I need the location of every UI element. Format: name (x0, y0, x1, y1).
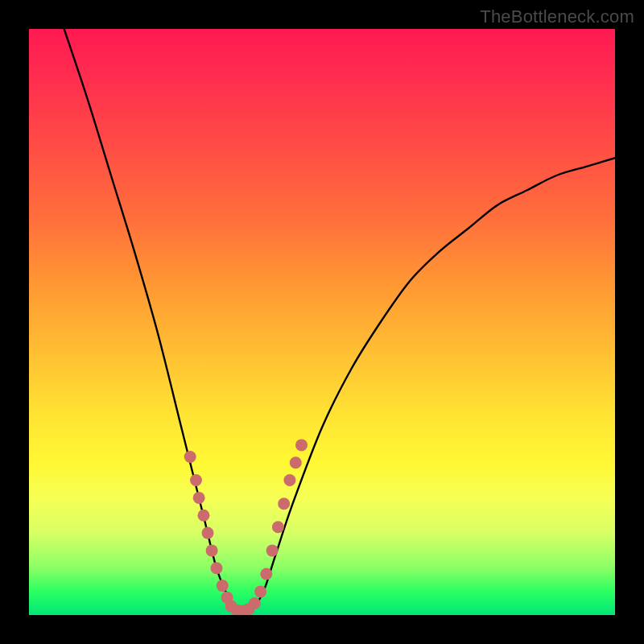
scatter-point (206, 544, 218, 556)
scatter-point (217, 580, 229, 592)
scatter-point (295, 439, 308, 451)
curve-layer (29, 29, 615, 615)
scatter-point (266, 544, 279, 556)
scatter-point (193, 492, 205, 504)
scatter-point (249, 597, 261, 609)
scatter-point (197, 510, 209, 522)
scatter-point (272, 521, 284, 533)
scatter-point (278, 497, 290, 510)
scatter-point (290, 456, 302, 469)
watermark-text: TheBottleneck.com (480, 6, 634, 27)
scatter-point (260, 568, 272, 580)
scatter-point (190, 474, 202, 486)
plot-area (29, 29, 615, 615)
scatter-point (283, 474, 295, 486)
chart-frame: TheBottleneck.com (0, 0, 644, 644)
scatter-points (184, 439, 308, 615)
scatter-point (210, 562, 222, 574)
scatter-point (184, 451, 196, 463)
bottleneck-curve (64, 29, 615, 612)
scatter-point (202, 527, 214, 539)
scatter-point (254, 585, 266, 597)
